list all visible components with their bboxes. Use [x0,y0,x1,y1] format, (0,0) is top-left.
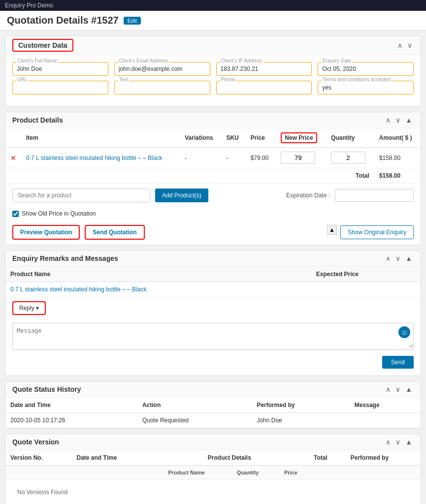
product-quantity-input-1[interactable] [331,152,365,164]
send-quotation-button[interactable]: Send Quotation [85,225,144,240]
field-enquiry-date-input[interactable] [318,62,414,76]
remarks-product-link-1[interactable]: 0.7 L stainless steel insulated hiking b… [10,286,146,293]
product-price-1: $79.00 [246,148,276,168]
version-sub-performed [346,466,421,480]
page-header: Quotation Details #1527 Edit [0,11,426,31]
product-collapse-up[interactable]: ∧ [384,116,392,124]
product-details-section: Product Details ∧ ∨ ▲ Item Variations SK… [5,112,421,245]
quotation-actions-bar: Preview Quotation Send Quotation ▲ Show … [5,220,421,245]
expiration-date-input[interactable] [335,189,414,202]
version-sub-header-row: Product Name Quantity Price [5,466,421,480]
customer-collapse-down[interactable]: ∨ [406,41,414,49]
version-collapse-down[interactable]: ∨ [394,438,402,446]
th-sku: SKU [221,128,245,148]
version-sub-product-name: Product Name [150,466,223,480]
field-full-name-input[interactable] [12,62,108,76]
field-terms-label: Terms and conditions accepted [322,77,392,82]
customer-data-header: Customer Data ∧ ∨ [5,36,421,55]
field-phone: Phone [216,81,312,94]
field-url-input[interactable] [12,81,108,94]
field-email-input[interactable] [114,62,210,76]
field-ip-label: Client's IP Address [220,58,263,63]
version-sub-no [5,466,72,480]
message-input-wrapper: ☺ [12,323,414,350]
product-table-header-row: Item Variations SKU Price New Price Quan… [5,128,421,148]
customer-data-title-wrapper: Customer Data [12,39,73,52]
version-th-product-details: Product Details [150,450,309,466]
product-new-price-input-1[interactable] [281,152,315,164]
product-variations-1: - [180,148,221,168]
remarks-th-product: Product Name [5,267,311,282]
status-section-controls: ∧ ∨ ▲ [384,385,414,393]
field-text-input[interactable] [114,81,210,94]
product-amount-1: $158.00 [374,148,421,168]
page-title-badge: Edit [124,17,141,25]
enquiry-remarks-section: Enquiry Remarks and Messages ∧ ∨ ▲ Produ… [5,250,421,376]
product-total-row: Total $158.00 [5,168,421,184]
version-th-performed: Performed by [346,450,421,466]
product-item-link-1[interactable]: 0.7 L stainless steel insulated hiking b… [26,155,162,161]
th-item: Item [21,128,180,148]
status-collapse-down[interactable]: ∨ [394,385,402,393]
product-collapse-triangle[interactable]: ▲ [404,116,414,124]
remarks-expected-1 [311,282,421,297]
customer-data-title: Customer Data [18,41,67,49]
customer-row-1: Client's Full Name Client's Email Addres… [12,62,414,76]
version-collapse-triangle[interactable]: ▲ [404,438,414,446]
enquiry-collapse-up[interactable]: ∧ [384,254,392,262]
product-quantity-1 [326,148,374,168]
version-no-data-row: No Versions Found [5,480,421,504]
th-remove [5,128,21,148]
version-section-controls: ∧ ∨ ▲ [384,438,414,446]
right-actions: ▲ Show Original Enquiry [340,225,414,239]
message-textarea[interactable] [13,323,413,348]
quote-version-header: Quote Version ∧ ∨ ▲ [5,434,421,450]
product-sku-1: - [221,148,245,168]
reply-button[interactable]: Reply ▾ [12,301,46,315]
product-collapse-down[interactable]: ∨ [394,116,402,124]
quote-status-history-section: Quote Status History ∧ ∨ ▲ Date and Time… [5,381,421,429]
add-product-button[interactable]: Add Product(s) [155,189,208,202]
customer-collapse-up[interactable]: ∧ [396,41,404,49]
th-new-price: New Price [276,128,326,148]
history-th-action: Action [137,398,252,413]
field-phone-input[interactable] [216,81,312,94]
field-terms-input[interactable] [318,81,414,94]
version-table: Version No. Date and Time Product Detail… [5,450,421,504]
message-area: ☺ [5,319,421,354]
status-collapse-triangle[interactable]: ▲ [404,385,414,393]
show-old-price-label: Show Old Price in Quotation [22,210,96,217]
customer-row-2: URL Text Phone Terms and conditions acce… [12,81,414,94]
top-bar: Enquiry Pro Demo [0,0,426,11]
preview-quotation-button[interactable]: Preview Quotation [12,225,80,240]
product-details-title: Product Details [12,116,63,124]
history-th-message: Message [350,398,421,413]
top-bar-label: Enquiry Pro Demo [5,2,53,9]
field-text-label: Text [118,77,129,82]
send-message-button[interactable]: Send [382,356,414,369]
enquiry-collapse-down[interactable]: ∨ [394,254,402,262]
show-original-button[interactable]: Show Original Enquiry [340,225,414,239]
version-th-total: Total [309,450,346,466]
customer-data-section: Customer Data ∧ ∨ Client's Full Name Cli… [5,35,421,107]
status-collapse-up[interactable]: ∧ [384,385,392,393]
expiration-label: Expiration Date : [286,192,330,199]
show-old-price-checkbox[interactable] [12,211,19,217]
version-collapse-up[interactable]: ∧ [384,438,392,446]
remarks-header-row: Product Name Expected Price [5,267,421,282]
th-quantity: Quantity [326,128,374,148]
product-search-input[interactable] [12,189,150,202]
emoji-button[interactable]: ☺ [398,326,410,338]
remove-icon-1[interactable]: ✕ [10,154,16,162]
emoji-icon: ☺ [398,326,410,338]
field-ip-input[interactable] [216,62,312,76]
field-url-label: URL [16,77,28,82]
th-price: Price [246,128,276,148]
no-versions-cell: No Versions Found [5,480,421,504]
scroll-top-button[interactable]: ▲ [327,225,337,235]
reply-btn-wrapper: Reply ▾ [5,297,421,319]
enquiry-collapse-triangle[interactable]: ▲ [404,254,414,262]
th-amount: Amount( $ ) [374,128,421,148]
product-item-1: 0.7 L stainless steel insulated hiking b… [21,148,180,168]
history-message-1 [350,413,421,428]
